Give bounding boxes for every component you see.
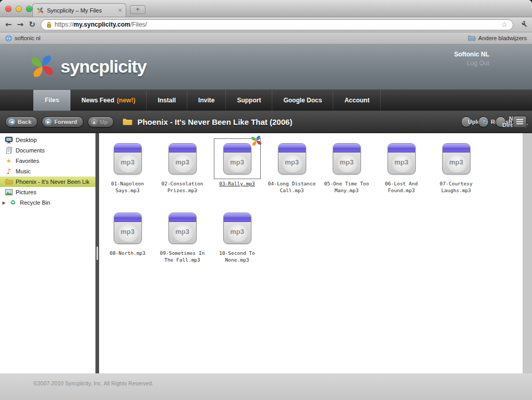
splitter-handle	[96, 246, 98, 260]
file-tile-selected[interactable]: mp3 03-Rally.mp3	[210, 138, 264, 208]
account-area: Softonic NL Log Out	[454, 51, 489, 67]
file-name[interactable]: 01-Napoleon Says.mp3	[102, 181, 153, 194]
sidebar-item-phoenix[interactable]: Phoenix - It's Never Been Lik	[0, 177, 95, 187]
sidebar-item-documents[interactable]: Documents	[0, 145, 95, 156]
forward-button[interactable]: ▶ Forward	[42, 116, 83, 127]
sidebar-item-recycle-bin[interactable]: ▶ ♻ Recycle Bin	[0, 197, 95, 208]
nav-tab-invite[interactable]: Invite	[187, 90, 226, 111]
file-tile[interactable]: mp3 05-One Time Too Many.mp3	[319, 138, 374, 208]
nav-tab-google-docs[interactable]: Google Docs	[272, 90, 333, 111]
mp3-file-icon: mp3	[323, 138, 370, 179]
browser-reload-icon[interactable]: ↻	[29, 21, 35, 29]
file-tile[interactable]: mp3 06-Lost And Found.mp3	[374, 138, 429, 208]
bookmark-star-icon[interactable]: ☆	[501, 20, 507, 29]
back-arrow-icon: ◀	[8, 119, 15, 125]
mp3-file-icon: mp3	[214, 208, 261, 249]
file-name[interactable]: 08-North.mp3	[102, 250, 153, 257]
address-bar[interactable]: https://my.syncplicity.com/Files/ ☆	[41, 19, 513, 30]
app-header: syncplicity Softonic NL Log Out	[0, 44, 532, 90]
syncplicity-logo[interactable]: syncplicity	[29, 53, 147, 79]
mp3-file-icon: mp3	[159, 138, 206, 179]
file-name[interactable]: 06-Lost And Found.mp3	[376, 181, 427, 194]
mp3-file-icon: mp3	[269, 138, 316, 179]
syncplicity-favicon	[37, 7, 44, 14]
sidebar-item-label: Phoenix - It's Never Been Lik	[16, 179, 90, 185]
file-name[interactable]: 05-One Time Too Many.mp3	[321, 181, 372, 194]
refresh-icon: ↻	[482, 119, 488, 125]
wrench-menu-icon[interactable]	[518, 20, 527, 29]
wrench-icon	[518, 20, 527, 29]
up-label: Up	[100, 119, 108, 125]
file-extension-label: mp3	[114, 158, 141, 166]
up-button[interactable]: ▲ Up	[88, 116, 114, 127]
minimize-window-button[interactable]	[16, 6, 22, 12]
file-list-pane: mp3 01-Napoleon Says.mp3 mp3 02-Consolat…	[99, 133, 523, 373]
nav-tab-files[interactable]: Files	[33, 90, 70, 111]
file-tile[interactable]: mp3 10-Second To None.mp3	[210, 208, 264, 277]
zoom-window-button[interactable]	[26, 6, 32, 12]
account-name: Softonic NL	[454, 51, 489, 58]
file-tile[interactable]: mp3 08-North.mp3	[100, 208, 155, 277]
file-tile[interactable]: mp3 02-Consolation Prizes.mp3	[155, 138, 210, 208]
nav-tab-install[interactable]: Install	[147, 90, 187, 111]
file-tile[interactable]: mp3 04-Long Distance Call.mp3	[264, 138, 319, 208]
close-tab-icon[interactable]: ×	[118, 7, 122, 14]
new-directory-button[interactable]: New Directory	[495, 116, 506, 127]
sidebar-item-music[interactable]: ♪ Music	[0, 166, 95, 177]
close-window-button[interactable]	[5, 6, 11, 12]
file-toolbar: ◀ Back ▶ Forward ▲ Up Phoenix - It's Nev…	[0, 111, 532, 133]
file-name[interactable]: 09-Sometimes In The Fall.mp3	[157, 250, 208, 264]
list-view-button[interactable]	[513, 116, 527, 128]
upload-button[interactable]: Upload	[461, 116, 471, 127]
browser-back-icon[interactable]: ←	[5, 21, 12, 29]
file-icon-band	[333, 144, 360, 152]
file-icon-body: mp3	[278, 143, 306, 174]
expand-arrow-icon[interactable]: ▶	[2, 201, 6, 205]
nav-tab-news-feed[interactable]: News Feed (new!)	[70, 90, 147, 111]
browser-tab[interactable]: Syncplicity – My Files ×	[32, 3, 126, 17]
sidebar-splitter[interactable]	[95, 133, 99, 373]
https-lock-icon	[46, 21, 52, 28]
other-bookmarks-label: Andere bladwijzers	[478, 35, 527, 41]
file-tile[interactable]: mp3 01-Napoleon Says.mp3	[100, 138, 155, 208]
file-tile[interactable]: mp3 09-Sometimes In The Fall.mp3	[155, 208, 210, 277]
back-label: Back	[18, 119, 31, 125]
file-name[interactable]: 10-Second To None.mp3	[212, 250, 263, 264]
content-area: Desktop Documents ★ Favorites ♪ Music Ph…	[0, 133, 532, 373]
mp3-file-icon: mp3	[159, 208, 206, 249]
nav-tab-account[interactable]: Account	[333, 90, 381, 111]
bookmarks-bar: softonic nl Andere bladwijzers	[0, 32, 532, 44]
mp3-file-icon: mp3	[378, 138, 425, 179]
file-tile[interactable]: mp3 07-Courtesy Laughs.mp3	[429, 138, 483, 208]
brand-wordmark: syncplicity	[61, 56, 147, 77]
url-path: /Files/	[130, 21, 147, 28]
pictures-icon	[5, 189, 13, 195]
file-icon-body: mp3	[333, 143, 361, 174]
refresh-button[interactable]: ↻ Refresh	[478, 116, 489, 127]
folder-icon	[122, 117, 133, 126]
other-bookmarks-button[interactable]: Andere bladwijzers	[468, 35, 527, 41]
logout-link[interactable]: Log Out	[454, 60, 489, 67]
folder-icon	[5, 179, 13, 185]
nav-tab-label: Files	[45, 97, 59, 104]
mp3-file-icon: mp3	[104, 138, 151, 179]
file-extension-label: mp3	[169, 158, 196, 166]
nav-tab-support[interactable]: Support	[226, 90, 272, 111]
file-extension-label: mp3	[114, 228, 141, 236]
file-name[interactable]: 02-Consolation Prizes.mp3	[157, 181, 208, 194]
new-tab-button[interactable]: +	[130, 5, 146, 14]
toolbar-actions: Upload ↻ Refresh New Directory	[461, 116, 527, 128]
bookmark-softonic[interactable]: softonic nl	[5, 35, 41, 42]
breadcrumb: Phoenix - It's Never Been Like That (200…	[122, 117, 292, 126]
file-name[interactable]: 04-Long Distance Call.mp3	[267, 181, 318, 194]
folder-tree-sidebar: Desktop Documents ★ Favorites ♪ Music Ph…	[0, 133, 95, 373]
back-button[interactable]: ◀ Back	[5, 116, 38, 127]
file-icon-body: mp3	[223, 213, 251, 244]
browser-forward-icon[interactable]: →	[17, 21, 24, 29]
sidebar-item-desktop[interactable]: Desktop	[0, 135, 95, 145]
file-name[interactable]: 03-Rally.mp3	[212, 181, 263, 187]
sidebar-item-favorites[interactable]: ★ Favorites	[0, 156, 95, 166]
file-name[interactable]: 07-Courtesy Laughs.mp3	[431, 181, 482, 194]
sidebar-item-pictures[interactable]: Pictures	[0, 187, 95, 197]
bookmark-label: softonic nl	[15, 35, 41, 41]
